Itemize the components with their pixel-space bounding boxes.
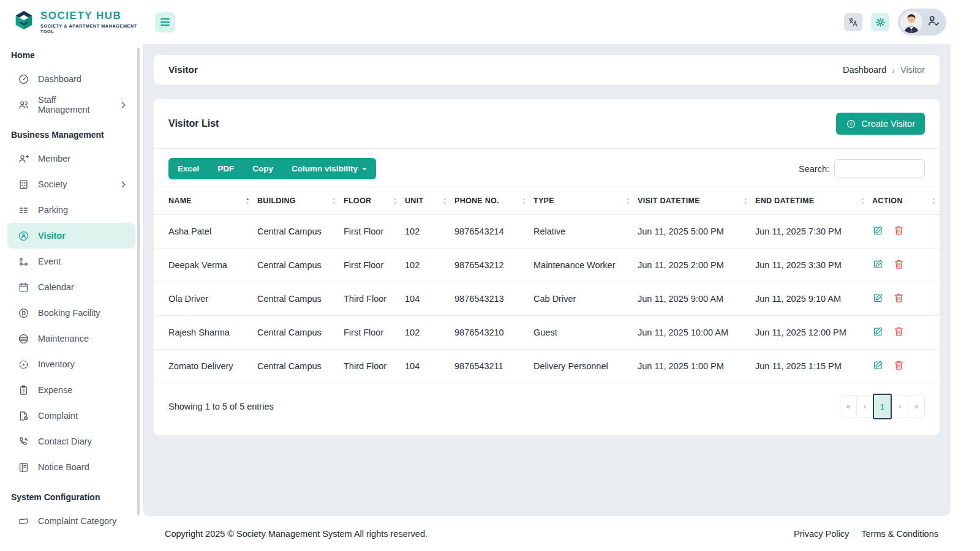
privacy-policy-link[interactable]: Privacy Policy [794, 529, 849, 539]
cell-building: Central Campus [257, 215, 344, 249]
phone-icon [17, 435, 29, 448]
pagination-last-button[interactable]: » [908, 395, 925, 418]
export-button-group: Excel PDF Copy Column visibility [168, 158, 376, 179]
cell-action [872, 215, 940, 249]
breadcrumb-dashboard-link[interactable]: Dashboard [843, 65, 886, 75]
sidebar-item-visitor[interactable]: Visitor [7, 223, 135, 249]
edit-visitor-button[interactable] [872, 359, 884, 371]
column-header-name[interactable]: NAME [154, 187, 257, 215]
sidebar-item-complaint-category[interactable]: Complaint Category [7, 508, 135, 534]
sidebar-item-booking-facility[interactable]: Booking Facility [7, 300, 135, 326]
edit-visitor-button[interactable] [872, 258, 884, 270]
chevron-right-icon [118, 179, 129, 190]
sidebar-item-label: Staff Management [38, 95, 109, 114]
column-header-phone[interactable]: PHONE NO. [454, 187, 533, 215]
share-nodes-icon [17, 255, 29, 268]
sidebar-item-inventory[interactable]: Inventory [7, 351, 135, 377]
search-input[interactable] [834, 159, 925, 178]
cell-action [872, 316, 940, 350]
card-header: Visitor List Create Visitor [154, 99, 940, 148]
delete-visitor-button[interactable] [893, 225, 905, 236]
sidebar-item-expense[interactable]: $ Expense [7, 377, 135, 403]
menu-toggle-button[interactable] [155, 12, 175, 32]
sidebar-item-maintenance[interactable]: Maintenance [7, 326, 135, 351]
column-header-label: VISIT DATETIME [638, 197, 700, 205]
column-header-visit-datetime[interactable]: VISIT DATETIME [638, 187, 755, 215]
column-header-action[interactable]: ACTION [872, 187, 940, 215]
calendar-icon [17, 281, 29, 293]
column-header-building[interactable]: BUILDING [257, 187, 344, 215]
inventory-icon [17, 358, 29, 370]
sidebar-item-label: Booking Facility [38, 308, 100, 318]
notice-board-icon [17, 461, 29, 473]
page-title: Visitor [168, 64, 198, 75]
cell-end-datetime: Jun 11, 2025 9:10 AM [755, 282, 872, 316]
sidebar-item-event[interactable]: Event [7, 249, 135, 274]
edit-visitor-button[interactable] [872, 326, 884, 337]
cell-building: Central Campus [257, 316, 344, 350]
sidebar-item-staff-management[interactable]: Staff Management [7, 92, 135, 118]
profile-menu[interactable] [898, 9, 946, 36]
sidebar-section-heading-home: Home [0, 44, 143, 66]
edit-icon [872, 292, 884, 304]
sidebar-item-contact-diary[interactable]: Contact Diary [7, 429, 135, 454]
column-header-floor[interactable]: FLOOR [344, 187, 405, 215]
sidebar-item-calendar[interactable]: Calendar [7, 274, 135, 300]
column-header-type[interactable]: TYPE [533, 187, 638, 215]
delete-visitor-button[interactable] [893, 359, 905, 371]
sidebar-item-complaint[interactable]: Complaint [7, 403, 135, 429]
cell-phone: 9876543214 [454, 215, 533, 249]
sidebar-section-heading-business: Business Management [0, 118, 143, 146]
trash-icon [893, 326, 905, 337]
create-visitor-button[interactable]: Create Visitor [836, 113, 925, 135]
pagination: « ‹ 1 › » [840, 394, 925, 419]
pagination-next-button[interactable]: › [891, 395, 908, 418]
breadcrumb-separator: › [892, 65, 895, 75]
sidebar-item-society[interactable]: Society [7, 171, 135, 197]
sidebar-item-parking[interactable]: Parking [7, 197, 135, 223]
cell-type: Delivery Personnel [533, 350, 638, 383]
cell-visit-datetime: Jun 11, 2025 5:00 PM [638, 215, 755, 249]
edit-visitor-button[interactable] [872, 225, 884, 236]
edit-icon [872, 225, 884, 236]
column-header-label: BUILDING [257, 197, 296, 205]
pagination-prev-button[interactable]: ‹ [856, 395, 873, 418]
cell-end-datetime: Jun 11, 2025 3:30 PM [755, 249, 872, 282]
edit-visitor-button[interactable] [872, 292, 884, 304]
sidebar-item-dashboard[interactable]: Dashboard [7, 66, 135, 92]
pagination-page-1[interactable]: 1 [873, 394, 892, 419]
terms-conditions-link[interactable]: Terms & Conditions [861, 529, 938, 539]
delete-visitor-button[interactable] [893, 258, 905, 270]
column-header-end-datetime[interactable]: END DATETIME [755, 187, 872, 215]
sidebar-item-member[interactable]: Member [7, 146, 135, 171]
export-excel-button[interactable]: Excel [168, 158, 208, 179]
delete-visitor-button[interactable] [893, 326, 905, 337]
cell-action [872, 350, 940, 383]
delete-visitor-button[interactable] [893, 292, 905, 304]
settings-button[interactable] [871, 13, 889, 31]
column-visibility-label: Column visibility [292, 164, 358, 173]
pagination-first-button[interactable]: « [840, 395, 857, 418]
column-header-unit[interactable]: UNIT [405, 187, 454, 215]
cell-phone: 9876543213 [454, 282, 533, 316]
sort-icon [246, 197, 250, 205]
table-row: Ola Driver Central Campus Third Floor 10… [154, 282, 940, 316]
trash-icon [893, 225, 905, 236]
column-header-label: ACTION [872, 197, 903, 205]
trash-icon [893, 292, 905, 304]
cell-end-datetime: Jun 11, 2025 12:00 PM [755, 316, 872, 350]
sort-icon [443, 197, 447, 205]
column-visibility-button[interactable]: Column visibility [282, 158, 376, 179]
sidebar-item-label: Society [38, 179, 67, 189]
export-copy-button[interactable]: Copy [243, 158, 282, 179]
cell-action [872, 249, 940, 282]
booking-facility-icon [17, 307, 29, 319]
edit-icon [872, 258, 884, 270]
brand-logo[interactable]: SOCIETY HUB SOCIETY & APARTMENT MANAGEME… [0, 0, 143, 44]
language-button[interactable] [844, 13, 862, 31]
export-pdf-button[interactable]: PDF [208, 158, 243, 179]
cell-visit-datetime: Jun 11, 2025 2:00 PM [638, 249, 755, 282]
edit-icon [872, 359, 884, 371]
topbar-actions [844, 9, 946, 36]
sidebar-item-notice-board[interactable]: Notice Board [7, 454, 135, 480]
